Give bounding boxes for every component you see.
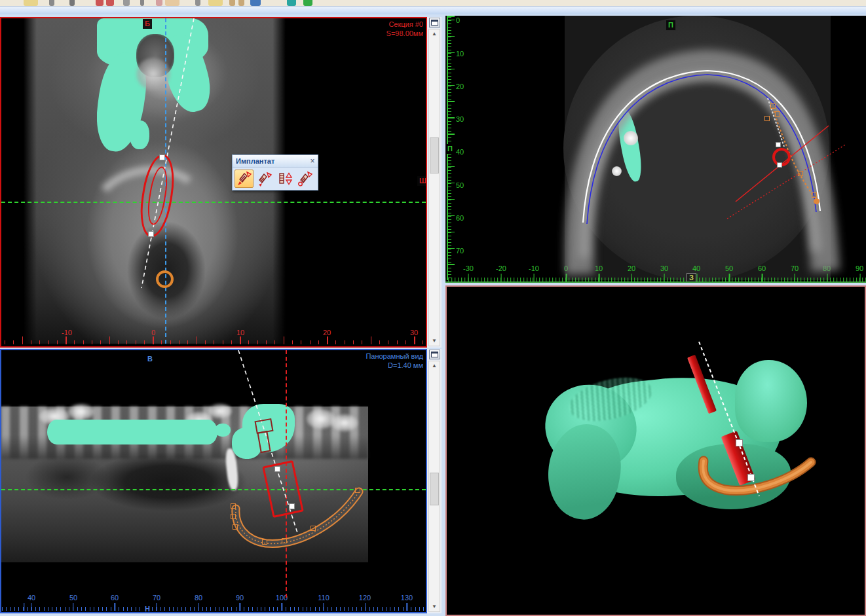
ruler-label: 40 [692, 264, 700, 272]
axial-vertical-ruler: 010203040506070 [456, 16, 476, 280]
toolbar-icons-strip[interactable] [0, 0, 866, 6]
mandible-3d-mesh [735, 360, 807, 442]
window-icon [431, 20, 438, 26]
toolbar-icon-fragment[interactable] [208, 0, 223, 6]
cross-section-scroll-column: ▲ ▼ [427, 17, 442, 348]
segmentation-teal-region [215, 424, 231, 437]
maximize-view-button[interactable] [429, 350, 440, 359]
implant-top-handle[interactable] [736, 439, 743, 446]
view-title: Секция #0 [386, 20, 423, 29]
cross-section-view[interactable]: -100102030 Секция #0 S=98.00мм Б Ш Импла… [0, 17, 427, 348]
scroll-up-icon[interactable]: ▲ [429, 361, 440, 371]
toolbar-icon-fragment[interactable] [238, 0, 244, 6]
cross-section-ruler: -100102030 [1, 329, 426, 338]
ruler-label: 20 [628, 264, 635, 272]
panoramic-ruler: 405060708090100110120130 [1, 594, 426, 603]
ruler-label: 10 [595, 264, 603, 272]
resize-implant-button[interactable] [275, 170, 294, 188]
scroll-up-icon[interactable]: ▲ [429, 29, 440, 39]
ruler-label: 70 [153, 594, 160, 602]
nerve-curve-handle[interactable] [262, 539, 267, 545]
orientation-label-right: П [445, 144, 455, 154]
maximize-view-button[interactable] [429, 18, 440, 27]
ruler-label: 0 [151, 329, 155, 336]
axial-horizontal-ruler: -30-20-100102030405060708090 [445, 264, 866, 274]
implant-handle[interactable] [777, 162, 782, 168]
move-implant-button[interactable] [235, 170, 254, 188]
toolbar-icon-fragment[interactable] [96, 0, 104, 6]
nerve-curve-handle[interactable] [311, 526, 316, 531]
toolbar-icon-fragment[interactable] [303, 0, 312, 6]
horizontal-crosshair-line[interactable] [1, 489, 426, 490]
implant-bottom-handle[interactable] [289, 503, 295, 509]
implant-bottom-handle[interactable] [148, 231, 154, 237]
implant-resize-icon [277, 171, 293, 187]
ruler-label: 110 [318, 594, 329, 602]
toolbar-icon-fragment[interactable] [106, 0, 114, 6]
radiopaque-marker [624, 131, 638, 145]
nerve-curve-handle[interactable] [355, 488, 360, 493]
implant-handle[interactable] [776, 142, 781, 147]
nerve-curve-handle[interactable] [812, 192, 817, 198]
ruler-label: 50 [69, 594, 77, 602]
segmentation-teal-region [47, 420, 217, 444]
nerve-curve-handle[interactable] [798, 171, 803, 176]
palette-title: Имплантат [233, 157, 307, 165]
scroll-down-icon[interactable]: ▼ [429, 336, 440, 346]
ruler-label: -10 [62, 329, 72, 336]
implant-bottom-handle[interactable] [747, 474, 755, 481]
ruler-label: 0 [456, 16, 460, 24]
ruler-label: 50 [456, 181, 464, 189]
toolbar-icon-fragment[interactable] [140, 0, 144, 6]
toolbar-icon-fragment[interactable] [24, 0, 38, 6]
nerve-canal-cross-section[interactable] [156, 270, 174, 288]
window-icon [431, 352, 438, 357]
horizontal-crosshair-line[interactable] [1, 202, 426, 203]
tooth-highlight [208, 404, 232, 418]
nerve-curve-handle[interactable] [764, 116, 770, 121]
nerve-curve-handle[interactable] [770, 103, 776, 109]
nerve-curve-handle[interactable] [231, 503, 236, 509]
three-d-view[interactable] [445, 285, 866, 616]
panoramic-scrollbar[interactable]: ▲ ▼ [428, 361, 440, 612]
implant-pivot-icon [297, 171, 313, 187]
ruler-label: 10 [236, 329, 244, 336]
toolbar-icon-fragment[interactable] [49, 0, 54, 6]
toolbar-icon-fragment[interactable] [156, 0, 162, 6]
ct-axial-image [563, 16, 829, 281]
ruler-label: 90 [236, 594, 244, 602]
ruler-label: -20 [496, 264, 506, 272]
nerve-curve-handle[interactable] [233, 524, 238, 530]
toolbar-icon-fragment[interactable] [165, 0, 179, 6]
close-icon[interactable]: × [307, 156, 318, 166]
panoramic-view[interactable]: 405060708090100110120130 Панорамный вид … [0, 349, 427, 613]
orientation-label-bottom: Н [143, 604, 152, 613]
nerve-curve-handle[interactable] [231, 514, 236, 519]
scrollbar-thumb[interactable] [430, 137, 439, 173]
axial-view[interactable]: 010203040506070 -30-20-10010203040506070… [445, 16, 866, 283]
orientation-label-posterior: З [687, 273, 696, 283]
toolbar-icon-fragment[interactable] [195, 0, 200, 6]
implant-top-handle[interactable] [274, 466, 280, 472]
toolbar-icon-fragment[interactable] [287, 0, 296, 6]
scrollbar-thumb[interactable] [430, 473, 439, 505]
nerve-curve-endpoint[interactable] [814, 198, 819, 204]
ruler-label: 20 [456, 82, 464, 90]
nerve-curve-handle[interactable] [775, 111, 780, 117]
palette-titlebar[interactable]: Имплантат × [233, 155, 318, 168]
scroll-down-icon[interactable]: ▼ [429, 602, 440, 611]
segmentation-teal-region [130, 120, 149, 149]
toolbar-icon-fragment[interactable] [250, 0, 261, 6]
implant-palette-window[interactable]: Имплантат × [232, 154, 318, 190]
nerve-curve-handle[interactable] [282, 538, 287, 543]
implant-pivot-button[interactable] [295, 170, 314, 188]
toolbar-icon-fragment[interactable] [229, 0, 235, 6]
toolbar-icon-fragment[interactable] [69, 0, 75, 6]
view-subtitle: S=98.00мм [386, 29, 423, 38]
implant-top-handle[interactable] [159, 154, 165, 160]
toolbar-icon-fragment[interactable] [123, 0, 130, 6]
ruler-label: 0 [564, 264, 568, 272]
ruler-label: 50 [725, 264, 733, 272]
rotate-implant-button[interactable] [255, 170, 274, 188]
cross-section-scrollbar[interactable]: ▲ ▼ [428, 29, 440, 346]
